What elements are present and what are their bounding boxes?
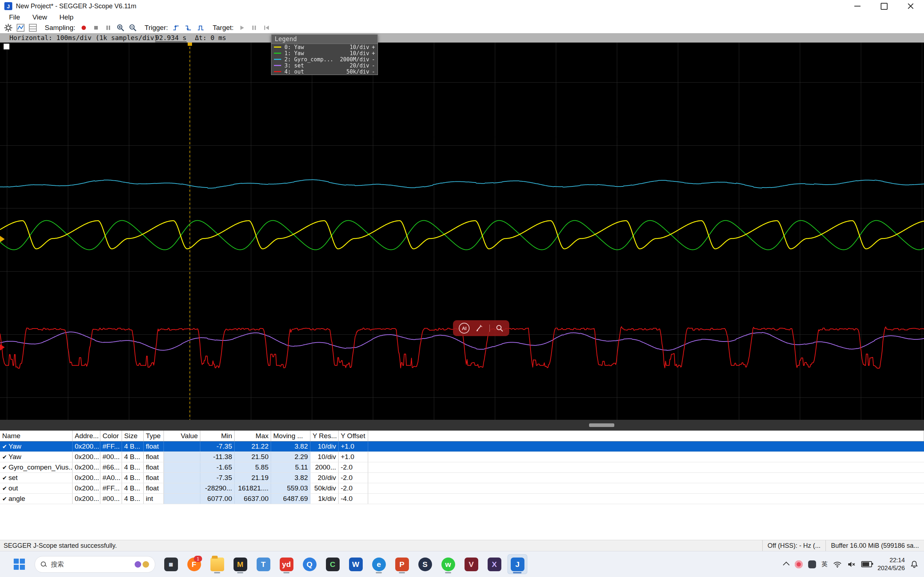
taskbar-clock[interactable]: 22:14 2024/5/26 <box>877 556 905 572</box>
table-row[interactable]: ✔set0x200...#A0...4 B...float-7.3521.193… <box>0 473 924 483</box>
signal-name: Yaw <box>8 453 21 461</box>
table-row[interactable]: ✔out0x200...#FF...4 B...float-28290...16… <box>0 483 924 494</box>
column-header-7[interactable]: Max <box>234 430 271 441</box>
mumu-icon: M <box>234 558 247 571</box>
zoom-in-button[interactable] <box>115 23 126 33</box>
row-checkbox[interactable]: ✔ <box>2 443 7 450</box>
input-language-indicator[interactable]: 英 <box>822 560 828 568</box>
menu-item-file[interactable]: File <box>3 13 26 21</box>
rising-edge-icon <box>173 24 180 31</box>
target-halt-button[interactable] <box>249 23 260 33</box>
zoom-out-button[interactable] <box>128 23 138 33</box>
taskbar-search[interactable]: 搜索 <box>35 556 155 573</box>
row-checkbox[interactable]: ✔ <box>2 485 7 492</box>
battery-icon[interactable] <box>861 561 872 567</box>
legend-entry[interactable]: 1: Yaw10/div+ <box>271 50 378 56</box>
legend-entry[interactable]: 0: Yaw10/div+ <box>271 44 378 50</box>
taskbar-app-powerpoint[interactable]: P <box>392 554 412 574</box>
maximize-button[interactable] <box>871 0 897 12</box>
column-header-4[interactable]: Type <box>144 430 164 441</box>
legend-panel[interactable]: Legend 0: Yaw10/div+1: Yaw10/div+2: Gyro… <box>271 34 378 75</box>
legend-entry-sign: - <box>369 56 375 63</box>
column-header-8[interactable]: Moving ... <box>271 430 310 441</box>
tray-expand-icon[interactable] <box>783 561 790 568</box>
taskbar-app-youdao-dict[interactable]: yd <box>276 554 296 574</box>
column-header-5[interactable]: Value <box>164 430 200 441</box>
taskbar-app-app-x[interactable]: X <box>485 554 504 574</box>
taskbar-app-jscope[interactable]: J <box>507 554 527 574</box>
graph-view-button[interactable] <box>15 23 26 33</box>
cell-color: #A0... <box>100 473 122 483</box>
taskbar-app-steam[interactable]: S <box>415 554 435 574</box>
wifi-icon[interactable] <box>833 561 842 568</box>
edge-icon: e <box>372 558 386 571</box>
row-checkbox[interactable]: ✔ <box>2 495 7 502</box>
statusbar: SEGGER J-Scope started successfully. Off… <box>0 540 924 551</box>
panel-view-button[interactable] <box>27 23 38 33</box>
trigger-falling-button[interactable] <box>183 23 194 33</box>
pause-sampling-button[interactable] <box>103 23 114 33</box>
taskbar-app-word[interactable]: W <box>346 554 366 574</box>
taskbar-app-firefox[interactable]: F1 <box>184 554 204 574</box>
taskbar-app-task-view[interactable]: ■ <box>161 554 181 574</box>
taskbar-app-app-v[interactable]: V <box>461 554 481 574</box>
target-reset-button[interactable] <box>261 23 272 33</box>
cursor-time-label[interactable]: 92.934 s <box>155 34 187 42</box>
table-row[interactable]: ✔angle0x200...#00...4 B...int6077.006637… <box>0 494 924 504</box>
column-header-1[interactable]: Addre... <box>73 430 100 441</box>
legend-entry[interactable]: 3: set20/div- <box>271 62 378 69</box>
volume-mute-icon[interactable] <box>847 561 856 568</box>
legend-title: Legend <box>271 35 378 44</box>
menu-item-help[interactable]: Help <box>53 13 79 21</box>
row-checkbox[interactable]: ✔ <box>2 454 7 461</box>
column-header-6[interactable]: Min <box>200 430 234 441</box>
close-button[interactable] <box>897 0 924 12</box>
target-start-button[interactable] <box>236 23 247 33</box>
tray-dark-app-icon[interactable] <box>808 561 816 568</box>
record-button[interactable] <box>78 23 89 33</box>
ai-icon[interactable]: AI <box>459 323 470 334</box>
taskbar-app-qq-browser[interactable]: Q <box>300 554 320 574</box>
legend-entry[interactable]: 2: Gyro_comp...2000M/div- <box>271 56 378 62</box>
taskbar-app-wechat[interactable]: w <box>438 554 458 574</box>
taskbar-app-todesk[interactable]: T <box>254 554 273 574</box>
taskbar-app-dev-ide[interactable]: C <box>323 554 342 574</box>
taskbar-app-mumu[interactable]: M <box>230 554 250 574</box>
legend-entry[interactable]: 4: out50k/div- <box>271 69 378 75</box>
scope-canvas[interactable] <box>0 43 924 420</box>
taskbar-app-file-explorer[interactable] <box>207 554 227 574</box>
plot-table-splitter[interactable] <box>0 420 924 430</box>
minimize-button[interactable] <box>844 0 871 12</box>
tray-red-app-icon[interactable] <box>795 561 803 568</box>
table-row[interactable]: ✔Yaw0x200...#FF...4 B...float-7.3521.223… <box>0 442 924 452</box>
column-header-3[interactable]: Size <box>122 430 144 441</box>
legend-entry-resolution: 10/div <box>350 44 369 50</box>
legend-entry-resolution: 10/div <box>350 50 369 56</box>
search-overlay-icon[interactable] <box>496 324 504 332</box>
row-checkbox[interactable]: ✔ <box>2 464 7 471</box>
titlebar: J New Project* - SEGGER J-Scope V6.11m <box>0 0 924 12</box>
column-header-2[interactable]: Color <box>100 430 122 441</box>
notification-bell-icon[interactable] <box>910 561 918 568</box>
cell-yres: 1k/div <box>310 494 339 504</box>
cell-color: #FF... <box>100 442 122 451</box>
table-row[interactable]: ✔Yaw0x200...#00...4 B...float-11.3821.50… <box>0 452 924 462</box>
stop-button[interactable] <box>90 23 102 33</box>
row-checkbox[interactable]: ✔ <box>2 475 7 482</box>
taskbar-app-edge[interactable]: e <box>369 554 389 574</box>
settings-button[interactable] <box>3 23 14 33</box>
menu-item-view[interactable]: View <box>26 13 53 21</box>
ai-overlay-toolbar[interactable]: AI <box>453 320 509 336</box>
cell-size: 4 B... <box>122 473 144 483</box>
splitter-handle[interactable] <box>589 423 614 427</box>
start-button[interactable] <box>10 554 29 574</box>
trigger-rising-button[interactable] <box>171 23 181 33</box>
trigger-pulse-button[interactable] <box>195 23 206 33</box>
column-header-9[interactable]: Y Res... <box>310 430 339 441</box>
column-header-10[interactable]: Y Offset <box>339 430 368 441</box>
cell-value <box>164 452 200 462</box>
column-header-0[interactable]: Name <box>0 430 73 441</box>
pen-icon[interactable] <box>475 324 483 332</box>
legend-entry-label: 3: set <box>284 62 350 69</box>
table-row[interactable]: ✔Gyro_compen_Vius...0x200...#66...4 B...… <box>0 462 924 473</box>
